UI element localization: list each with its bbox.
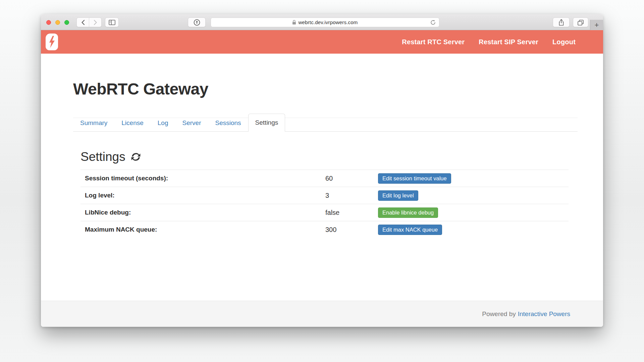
tab-sessions[interactable]: Sessions — [208, 114, 248, 132]
password-manager-button[interactable] — [188, 17, 206, 27]
table-row-log-level: Log level: 3 Edit log level — [80, 187, 569, 204]
tabs-overview-icon — [577, 19, 584, 25]
keyhole-icon — [193, 19, 201, 26]
settings-heading: Settings — [80, 150, 125, 164]
browser-window: webrtc.dev.ivrpowers.com — [41, 14, 603, 327]
restart-rtc-server-link[interactable]: Restart RTC Server — [402, 38, 465, 46]
setting-label: Log level: — [80, 192, 325, 199]
sidebar-toggle-button[interactable] — [105, 17, 119, 27]
tab-bar: Summary License Log Server Sessions Sett… — [73, 114, 578, 132]
tab-server[interactable]: Server — [175, 114, 208, 132]
lock-icon — [292, 20, 296, 25]
page-title: WebRTC Gateway — [73, 80, 208, 98]
setting-value: 300 — [325, 226, 378, 234]
setting-value: 3 — [325, 192, 378, 199]
tab-license[interactable]: License — [114, 114, 151, 132]
ivrpowers-logo[interactable] — [46, 34, 58, 50]
plus-icon: + — [595, 21, 599, 29]
edit-log-level-button[interactable]: Edit log level — [378, 190, 418, 201]
table-row-libnice-debug: LibNice debug: false Enable libnice debu… — [80, 204, 569, 221]
interactive-powers-link[interactable]: Interactive Powers — [518, 310, 570, 318]
sidebar-icon — [109, 20, 115, 25]
reload-button[interactable] — [430, 19, 436, 25]
share-button[interactable] — [553, 17, 570, 27]
show-all-tabs-button[interactable] — [573, 17, 588, 27]
tab-summary[interactable]: Summary — [73, 114, 114, 132]
setting-label: Maximum NACK queue: — [80, 226, 325, 233]
page-content: WebRTC Gateway Summary License Log Serve… — [41, 54, 603, 301]
share-icon — [558, 19, 564, 26]
chevron-left-icon — [81, 20, 85, 25]
refresh-icon[interactable] — [130, 152, 142, 162]
table-row-session-timeout: Session timeout (seconds): 60 Edit sessi… — [80, 170, 569, 187]
window-zoom-button[interactable] — [64, 20, 69, 25]
tab-settings[interactable]: Settings — [248, 114, 285, 132]
settings-table: Session timeout (seconds): 60 Edit sessi… — [80, 170, 569, 238]
app-header: Restart RTC Server Restart SIP Server Lo… — [41, 30, 603, 54]
edit-max-nack-queue-button[interactable]: Edit max NACK queue — [378, 225, 442, 235]
address-bar-text: webrtc.dev.ivrpowers.com — [292, 19, 358, 25]
powered-by-text: Powered by — [482, 310, 516, 318]
browser-toolbar: webrtc.dev.ivrpowers.com — [41, 14, 603, 30]
app-nav: Restart RTC Server Restart SIP Server Lo… — [402, 30, 576, 54]
back-button[interactable] — [77, 18, 89, 27]
window-minimize-button[interactable] — [55, 20, 60, 25]
edit-session-timeout-button[interactable]: Edit session timeout value — [378, 173, 451, 184]
new-tab-button[interactable]: + — [590, 20, 603, 30]
forward-button[interactable] — [89, 18, 101, 27]
address-bar[interactable]: webrtc.dev.ivrpowers.com — [211, 17, 439, 27]
setting-label: Session timeout (seconds): — [80, 175, 325, 182]
setting-label: LibNice debug: — [80, 209, 325, 216]
setting-value: false — [325, 209, 378, 217]
tab-log[interactable]: Log — [151, 114, 175, 132]
window-close-button[interactable] — [46, 20, 51, 25]
history-nav-group — [76, 17, 102, 27]
chevron-right-icon — [94, 20, 97, 25]
enable-libnice-debug-button[interactable]: Enable libnice debug — [378, 207, 438, 218]
settings-section-header: Settings — [80, 150, 142, 164]
logout-link[interactable]: Logout — [552, 38, 576, 46]
restart-sip-server-link[interactable]: Restart SIP Server — [479, 38, 538, 46]
setting-value: 60 — [325, 175, 378, 182]
table-row-max-nack-queue: Maximum NACK queue: 300 Edit max NACK qu… — [80, 221, 569, 238]
page-footer: Powered by Interactive Powers — [41, 301, 603, 327]
